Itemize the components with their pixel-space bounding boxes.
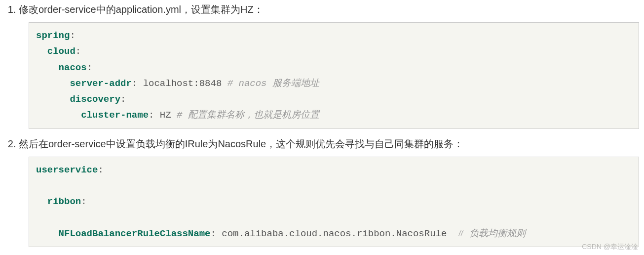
- code2-l4-key: NFLoadBalancerRuleClassName: [59, 228, 211, 239]
- code2-l2-colon: :: [81, 196, 86, 207]
- code1-l5-colon: :: [149, 110, 160, 121]
- code1-l0-key: spring: [36, 30, 70, 41]
- step-2-text: 然后在order-service中设置负载均衡的IRule为NacosRule，…: [19, 138, 463, 149]
- code-block-2: userservice: ribbon: NFLoadBalancerRuleC…: [29, 157, 639, 247]
- code1-l3-key: server-addr: [70, 78, 131, 89]
- code2-l4-val: com.alibaba.cloud.nacos.ribbon.NacosRule: [222, 228, 447, 239]
- code1-l4-key: discovery: [70, 94, 120, 105]
- code2-l4-colon: :: [210, 228, 222, 239]
- step-2: 然后在order-service中设置负载均衡的IRule为NacosRule，…: [19, 136, 639, 247]
- code1-l3-comment: # nacos 服务端地址: [222, 78, 319, 89]
- code1-l5-comment: # 配置集群名称，也就是机房位置: [171, 110, 319, 121]
- code1-l2-key: nacos: [59, 62, 87, 73]
- code2-l4-comment: # 负载均衡规则: [447, 228, 526, 239]
- code1-l1-colon: :: [76, 46, 81, 57]
- code1-l3-colon: :: [132, 78, 143, 89]
- watermark: CSDN @幸运淦淦: [582, 241, 638, 252]
- code1-l5-val: HZ: [160, 110, 171, 121]
- code1-l1-key: cloud: [47, 46, 76, 57]
- code1-l5-key: cluster-name: [81, 110, 149, 121]
- code1-l2-colon: :: [87, 62, 92, 73]
- step-1: 修改order-service中的application.yml，设置集群为HZ…: [19, 1, 639, 129]
- code2-l2-key: ribbon: [47, 196, 81, 207]
- code2-l0-key: userservice: [36, 165, 98, 175]
- code2-l0-colon: :: [98, 165, 103, 175]
- step-1-text: 修改order-service中的application.yml，设置集群为HZ…: [19, 4, 264, 15]
- code1-l3-val: localhost:8848: [143, 78, 222, 89]
- code-block-1: spring: cloud: nacos: server-addr: local…: [29, 22, 639, 129]
- code1-l0-colon: :: [70, 30, 75, 41]
- code1-l4-colon: :: [120, 94, 126, 105]
- step-list: 修改order-service中的application.yml，设置集群为HZ…: [5, 1, 639, 255]
